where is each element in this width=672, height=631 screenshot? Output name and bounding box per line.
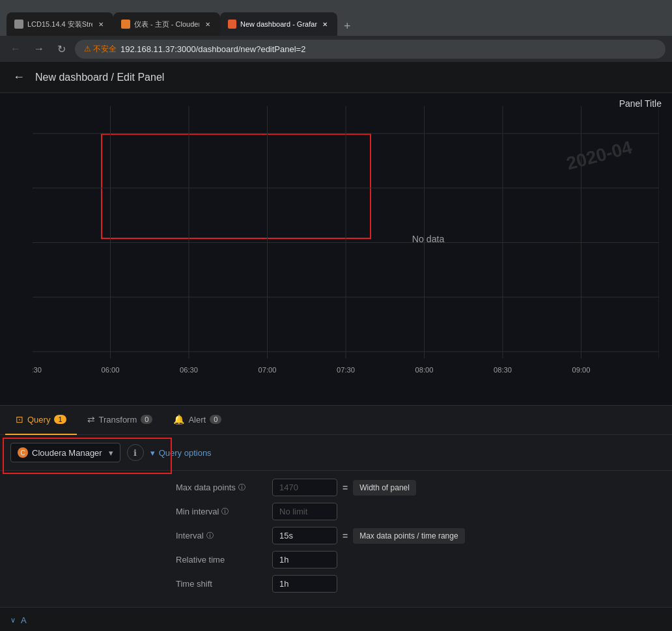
section-a-chevron: ∨ — [10, 616, 16, 624]
security-label: 不安全 — [93, 44, 117, 55]
browser-tabs: LCD15.14.4 安装Streamse... ✕ 仪表 - 主页 - Clo… — [7, 0, 665, 36]
svg-text:07:30: 07:30 — [337, 365, 355, 373]
option-info-interval[interactable]: ⓘ — [206, 531, 214, 540]
option-row-min-interval: Min interval ⓘ — [176, 503, 662, 520]
tab-close-cloudera[interactable]: ✕ — [203, 20, 212, 29]
tab-alert[interactable]: 🔔 Alert 0 — [163, 406, 232, 435]
tab-grafana[interactable]: New dashboard - Grafana ✕ — [220, 12, 337, 36]
option-row-relative-time: Relative time — [176, 551, 662, 568]
reload-button[interactable]: ↻ — [53, 40, 70, 58]
tab-transform[interactable]: ⇄ Transform 0 — [77, 406, 163, 435]
option-input-max-data-points[interactable] — [272, 479, 337, 496]
section-a-label: A — [21, 615, 27, 625]
svg-text:09:00: 09:00 — [572, 365, 591, 373]
panel-tabs: ⊡ Query 1 ⇄ Transform 0 🔔 Alert 0 — [0, 406, 672, 435]
query-options-label: Query options — [159, 448, 212, 458]
option-input-min-interval[interactable] — [272, 503, 337, 520]
tab-query-badge: 1 — [54, 415, 66, 424]
address-bar[interactable]: 不安全 192.168.11.37:3000/dashboard/new?edi… — [75, 40, 665, 59]
datasource-icon: C — [18, 447, 28, 458]
chart-area: Panel Title 2020-04 — [0, 93, 672, 406]
tab-transform-badge: 0 — [141, 415, 152, 424]
section-a[interactable]: ∨ A — [0, 607, 672, 631]
svg-text:08:30: 08:30 — [494, 365, 512, 373]
tab-favicon-lcd — [14, 20, 23, 29]
query-options-chevron: ▾ — [150, 448, 155, 458]
option-label-min-interval: Min interval ⓘ — [176, 507, 267, 516]
datasource-row-wrapper: C Cloudera Manager ▾ ℹ ▾ Query options — [0, 435, 672, 471]
query-panel: C Cloudera Manager ▾ ℹ ▾ Query options M… — [0, 435, 672, 631]
option-input-relative-time[interactable] — [272, 551, 337, 568]
option-label-relative-time: Relative time — [176, 555, 267, 565]
tab-cloudera[interactable]: 仪表 - 主页 - Cloudera... ✕ — [113, 12, 220, 36]
tab-transform-label: Transform — [99, 415, 137, 425]
browser-navbar: ← → ↻ 不安全 192.168.11.37:3000/dashboard/n… — [0, 36, 672, 62]
option-equals-interval: = — [343, 531, 348, 541]
option-equals-max-data-points: = — [343, 483, 348, 493]
query-options-toggle[interactable]: ▾ Query options — [150, 448, 212, 458]
page-title: New dashboard / Edit Panel — [35, 72, 164, 83]
option-label-time-shift: Time shift — [176, 579, 267, 589]
tab-favicon-cloudera — [121, 20, 130, 29]
forward-nav-button[interactable]: → — [30, 40, 48, 57]
tab-lcd[interactable]: LCD15.14.4 安装Streamse... ✕ — [7, 12, 113, 36]
tab-close-lcd[interactable]: ✕ — [96, 20, 105, 29]
svg-text:06:30: 06:30 — [180, 365, 198, 373]
datasource-selector[interactable]: C Cloudera Manager ▾ — [10, 443, 120, 462]
back-button[interactable]: ← — [10, 68, 27, 87]
datasource-name: Cloudera Manager — [32, 448, 102, 458]
svg-text:08:00: 08:00 — [415, 365, 434, 373]
address-text: 192.168.11.37:3000/dashboard/new?editPan… — [120, 44, 305, 54]
tab-label-grafana: New dashboard - Grafana — [240, 20, 317, 28]
chart-container: 1.0 0.5 0 -0.5 -1.0 05:30 06:00 06:30 07… — [0, 93, 672, 405]
tab-label-cloudera: 仪表 - 主页 - Cloudera... — [134, 20, 199, 29]
option-label-interval: Interval ⓘ — [176, 531, 267, 540]
svg-text:06:00: 06:00 — [102, 365, 120, 373]
chart-svg: 1.0 0.5 0 -0.5 -1.0 05:30 06:00 06:30 07… — [33, 106, 659, 379]
option-value-max-data-points: Width of panel — [353, 480, 416, 496]
svg-text:No data: No data — [412, 234, 445, 244]
tab-query-label: Query — [27, 415, 50, 425]
tab-alert-label: Alert — [188, 415, 206, 425]
option-label-max-data-points: Max data points ⓘ — [176, 483, 267, 492]
transform-tab-icon: ⇄ — [87, 414, 95, 425]
back-nav-button[interactable]: ← — [7, 40, 25, 57]
option-row-max-data-points: Max data points ⓘ = Width of panel — [176, 479, 662, 496]
alert-tab-icon: 🔔 — [173, 414, 184, 425]
query-tab-icon: ⊡ — [16, 414, 23, 425]
query-options-section: Max data points ⓘ = Width of panel Min i… — [0, 471, 672, 607]
datasource-chevron: ▾ — [109, 448, 113, 458]
tab-favicon-grafana — [228, 20, 236, 29]
tab-alert-badge: 0 — [210, 415, 221, 424]
security-warning: 不安全 — [84, 44, 117, 55]
option-info-min-interval[interactable]: ⓘ — [221, 507, 229, 516]
option-input-interval[interactable] — [272, 527, 337, 544]
option-input-time-shift[interactable] — [272, 575, 337, 593]
tab-close-grafana[interactable]: ✕ — [321, 20, 329, 29]
option-value-interval: Max data points / time range — [353, 528, 464, 544]
option-info-max-data-points[interactable]: ⓘ — [238, 483, 245, 492]
svg-text:07:00: 07:00 — [259, 365, 277, 373]
option-row-interval: Interval ⓘ = Max data points / time rang… — [176, 527, 662, 544]
svg-text:05:30: 05:30 — [33, 365, 42, 373]
tab-label-lcd: LCD15.14.4 安装Streamse... — [27, 20, 92, 29]
new-tab-button[interactable]: + — [340, 17, 355, 36]
tab-query[interactable]: ⊡ Query 1 — [5, 406, 77, 435]
grafana-app: ← New dashboard / Edit Panel Panel Title… — [0, 62, 672, 631]
option-row-time-shift: Time shift — [176, 575, 662, 593]
top-header: ← New dashboard / Edit Panel — [0, 62, 672, 93]
datasource-row: C Cloudera Manager ▾ ℹ ▾ Query options — [0, 435, 672, 471]
datasource-info-button[interactable]: ℹ — [127, 444, 144, 461]
browser-chrome: LCD15.14.4 安装Streamse... ✕ 仪表 - 主页 - Clo… — [0, 0, 672, 36]
